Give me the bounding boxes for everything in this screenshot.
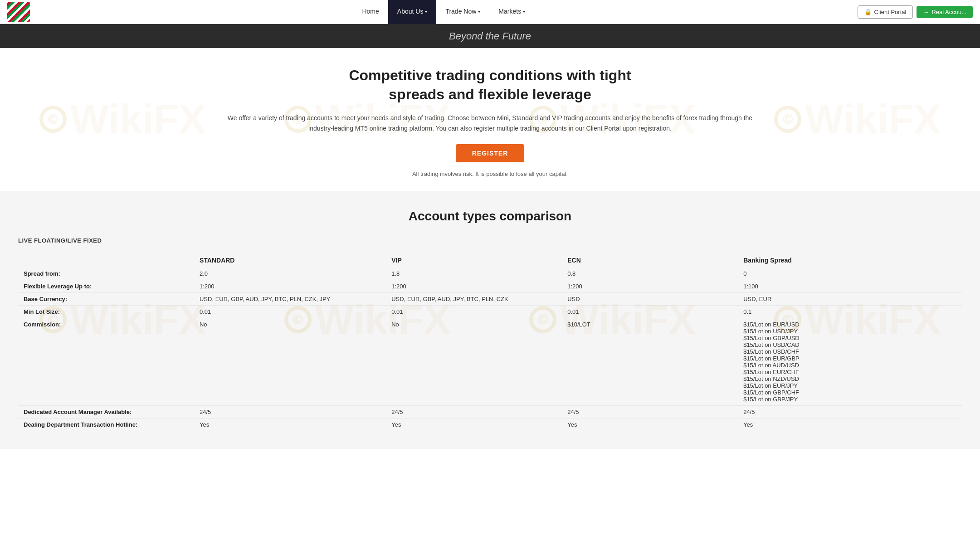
row-value: No bbox=[386, 318, 562, 405]
table-row: Flexible Leverage Up to:1:2001:2001:2001… bbox=[18, 280, 962, 292]
col-header-banking: Banking Spread bbox=[738, 253, 962, 268]
row-label: Commission: bbox=[18, 318, 194, 405]
table-row: Commission:NoNo$10/LOT$15/Lot on EUR/USD… bbox=[18, 318, 962, 405]
real-account-button[interactable]: → Real Accou... bbox=[917, 6, 973, 18]
main-content: © WikiFX © WikiFX © WikiFX © WikiFX Comp… bbox=[0, 48, 980, 191]
col-header-standard: STANDARD bbox=[194, 253, 386, 268]
row-label: Flexible Leverage Up to: bbox=[18, 280, 194, 292]
main-title-line1: Competitive trading conditions with tigh… bbox=[349, 67, 631, 83]
section-label: LIVE FLOATING/LIVE FIXED bbox=[18, 237, 962, 244]
register-button[interactable]: REGISTER bbox=[456, 144, 525, 162]
table-row: Base Currency:USD, EUR, GBP, AUD, JPY, B… bbox=[18, 292, 962, 305]
row-value: No bbox=[194, 318, 386, 405]
row-value: $15/Lot on EUR/USD$15/Lot on USD/JPY$15/… bbox=[738, 318, 962, 405]
comparison-table: STANDARD VIP ECN Banking Spread Spread f… bbox=[18, 253, 962, 431]
row-value: 0.01 bbox=[562, 305, 738, 318]
real-account-label: Real Accou... bbox=[931, 9, 966, 15]
lock-icon: 🔒 bbox=[864, 9, 872, 15]
logo-image bbox=[7, 2, 30, 22]
row-value: Yes bbox=[194, 418, 386, 431]
client-portal-button[interactable]: 🔒 Client Portal bbox=[858, 5, 913, 19]
navbar-left bbox=[7, 2, 30, 22]
row-label: Dealing Department Transaction Hotline: bbox=[18, 418, 194, 431]
row-value: USD, EUR bbox=[738, 292, 962, 305]
nav-home-label: Home bbox=[362, 8, 379, 15]
row-value: USD, EUR, GBP, AUD, JPY, BTC, PLN, CZK, … bbox=[194, 292, 386, 305]
row-value: 24/5 bbox=[386, 405, 562, 418]
wfx-circle: © bbox=[39, 106, 67, 133]
row-value: 1:200 bbox=[562, 280, 738, 292]
chevron-down-icon: ▾ bbox=[425, 9, 427, 14]
nav-item-home[interactable]: Home bbox=[353, 0, 388, 24]
risk-warning: All trading involves risk. It is possibl… bbox=[9, 170, 971, 177]
logo[interactable] bbox=[7, 2, 30, 22]
table-row: Dedicated Account Manager Available:24/5… bbox=[18, 405, 962, 418]
nav-about-label: About Us bbox=[397, 8, 424, 15]
row-value: 0.01 bbox=[194, 305, 386, 318]
nav-item-trade[interactable]: Trade Now ▾ bbox=[436, 0, 489, 24]
row-value: USD bbox=[562, 292, 738, 305]
row-value: 0.1 bbox=[738, 305, 962, 318]
row-value: 0 bbox=[738, 268, 962, 280]
main-title-line2: spreads and flexible leverage bbox=[389, 86, 591, 102]
row-label: Dedicated Account Manager Available: bbox=[18, 405, 194, 418]
navbar-nav: Home About Us ▾ Trade Now ▾ Markets ▾ bbox=[353, 0, 534, 24]
client-portal-label: Client Portal bbox=[874, 9, 907, 15]
row-value: 0.01 bbox=[386, 305, 562, 318]
hero-tagline: Beyond the Future bbox=[449, 30, 531, 42]
col-header-vip: VIP bbox=[386, 253, 562, 268]
row-label: Min Lot Size: bbox=[18, 305, 194, 318]
hero-banner: Beyond the Future bbox=[0, 24, 980, 48]
wfx-circle: © bbox=[774, 106, 801, 133]
col-header-ecn: ECN bbox=[562, 253, 738, 268]
row-value: $10/LOT bbox=[562, 318, 738, 405]
table-row: Spread from:2.01.80.80 bbox=[18, 268, 962, 280]
row-value: Yes bbox=[562, 418, 738, 431]
row-value: 1.8 bbox=[386, 268, 562, 280]
table-row: Dealing Department Transaction Hotline:Y… bbox=[18, 418, 962, 431]
nav-markets-label: Markets bbox=[498, 8, 521, 15]
row-value: Yes bbox=[738, 418, 962, 431]
nav-item-markets[interactable]: Markets ▾ bbox=[489, 0, 534, 24]
row-label: Spread from: bbox=[18, 268, 194, 280]
main-title: Competitive trading conditions with tigh… bbox=[9, 66, 971, 104]
row-value: 24/5 bbox=[194, 405, 386, 418]
chevron-down-icon: ▾ bbox=[523, 9, 525, 14]
main-description: We offer a variety of trading accounts t… bbox=[218, 113, 762, 133]
row-value: 0.8 bbox=[562, 268, 738, 280]
col-header-empty bbox=[18, 253, 194, 268]
nav-item-about[interactable]: About Us ▾ bbox=[388, 0, 437, 24]
navbar: Home About Us ▾ Trade Now ▾ Markets ▾ 🔒 … bbox=[0, 0, 980, 24]
chevron-down-icon: ▾ bbox=[478, 9, 480, 14]
row-value: 24/5 bbox=[562, 405, 738, 418]
comparison-title: Account types comparison bbox=[18, 209, 962, 224]
table-header-row: STANDARD VIP ECN Banking Spread bbox=[18, 253, 962, 268]
arrow-icon: → bbox=[923, 9, 929, 15]
row-value: 1:200 bbox=[194, 280, 386, 292]
comparison-section: © WikiFX © WikiFX © WikiFX © WikiFX Acco… bbox=[0, 191, 980, 449]
row-value: 2.0 bbox=[194, 268, 386, 280]
row-value: 1:200 bbox=[386, 280, 562, 292]
row-value: Yes bbox=[386, 418, 562, 431]
table-row: Min Lot Size:0.010.010.010.1 bbox=[18, 305, 962, 318]
nav-trade-label: Trade Now bbox=[445, 8, 476, 15]
navbar-right: 🔒 Client Portal → Real Accou... bbox=[858, 5, 973, 19]
row-value: 1:100 bbox=[738, 280, 962, 292]
row-value: USD, EUR, GBP, AUD, JPY, BTC, PLN, CZK bbox=[386, 292, 562, 305]
row-value: 24/5 bbox=[738, 405, 962, 418]
row-label: Base Currency: bbox=[18, 292, 194, 305]
